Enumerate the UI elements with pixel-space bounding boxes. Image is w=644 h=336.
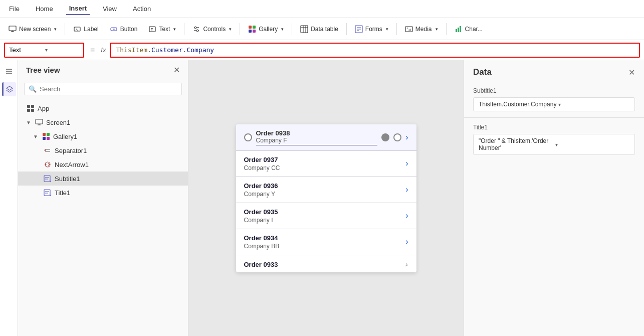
text-caret: ▾	[173, 27, 176, 32]
tree-close-button[interactable]: ✕	[173, 65, 180, 75]
subtitle1-section: Subtitle1 ThisItem.Customer.Company ▾	[464, 82, 644, 116]
tree-item-nextarrow1[interactable]: NextArrow1	[18, 157, 188, 172]
item-0933-title: Order 0933	[244, 261, 406, 268]
layers-icon	[6, 85, 14, 93]
controls-button[interactable]: Controls ▾	[188, 23, 236, 36]
item-0934-subtitle: Company BB	[244, 243, 406, 250]
button-icon	[110, 25, 118, 33]
gallery-item-0936[interactable]: Order 0936 Company Y ›	[236, 177, 416, 203]
selected-item-title: Order 0938	[256, 129, 378, 137]
gallery-item-0937[interactable]: Order 0937 Company CC ›	[236, 151, 416, 177]
label-button[interactable]: A Label	[69, 23, 103, 36]
tree-item-separator1[interactable]: Separator1	[18, 143, 188, 157]
hamburger-button[interactable]	[2, 64, 16, 78]
svg-rect-18	[301, 26, 308, 33]
property-selector-value: Text	[9, 46, 43, 54]
formula-input[interactable]: ThisItem.Customer.Company	[110, 43, 640, 58]
tree-item-subtitle1[interactable]: Subtitle1	[18, 172, 188, 186]
tree-item-app[interactable]: App	[18, 101, 188, 115]
data-panel-close-button[interactable]: ✕	[628, 68, 635, 77]
svg-rect-30	[458, 28, 459, 32]
gallery1-collapse-icon: ▼	[33, 134, 38, 139]
gallery-item-0938[interactable]: Order 0938 Company F ›	[236, 124, 416, 151]
tree-panel: Tree view ✕ 🔍 App	[18, 60, 188, 336]
svg-rect-16	[249, 30, 252, 33]
tree-item-title1-label: Title1	[55, 189, 70, 197]
forms-button[interactable]: Forms ▾	[350, 23, 393, 36]
app-icon	[26, 104, 35, 113]
label-icon: A	[73, 25, 81, 33]
toolbar-separator-2	[184, 23, 184, 35]
tree-header: Tree view ✕	[18, 60, 188, 80]
menu-action[interactable]: Action	[130, 3, 154, 15]
item-0935-arrow: ›	[405, 211, 408, 220]
gallery-item-0934[interactable]: Order 0934 Company BB ›	[236, 229, 416, 255]
selected-item-subtitle: Company F	[256, 137, 378, 144]
screen-icon	[35, 118, 44, 127]
search-icon: 🔍	[29, 85, 37, 93]
menu-bar: File Home Insert View Action	[0, 0, 644, 18]
drag-handle-left[interactable]	[244, 133, 252, 141]
menu-home[interactable]: Home	[33, 3, 56, 15]
media-caret: ▾	[436, 27, 438, 32]
monitor-icon	[9, 25, 17, 33]
svg-rect-46	[47, 133, 50, 136]
charts-button[interactable]: Char...	[450, 23, 487, 36]
item-0936-subtitle: Company Y	[244, 191, 406, 198]
item-0937-content: Order 0937 Company CC	[244, 156, 406, 172]
item-0934-title: Order 0934	[244, 234, 406, 242]
svg-rect-29	[456, 29, 457, 32]
item-0937-arrow: ›	[405, 159, 408, 168]
property-selector-caret: ▾	[45, 47, 79, 53]
button-button[interactable]: Button	[105, 23, 142, 36]
gallery-item-0933[interactable]: Order 0933 ›	[236, 255, 416, 272]
text-icon: T	[148, 25, 156, 33]
svg-point-51	[45, 149, 46, 151]
svg-point-53	[45, 164, 47, 165]
search-box[interactable]: 🔍	[24, 83, 182, 95]
title1-field-value[interactable]: "Order " & ThisItem.'Order Number' ▾	[473, 134, 635, 155]
media-button-label: Media	[415, 26, 432, 33]
gallery-button[interactable]: Gallery ▾	[244, 23, 288, 36]
formula-code: ThisItem.Customer.Company	[116, 46, 214, 54]
drag-handle-right[interactable]	[393, 133, 401, 141]
item-0936-content: Order 0936 Company Y	[244, 182, 406, 198]
new-screen-label: New screen	[19, 26, 51, 33]
media-button[interactable]: Media ▾	[400, 23, 443, 36]
drag-handle-middle[interactable]	[381, 133, 389, 141]
gallery-item-0935[interactable]: Order 0935 Company I ›	[236, 203, 416, 229]
new-screen-button[interactable]: New screen ▾	[4, 23, 61, 36]
toolbar-separator-7	[446, 23, 447, 35]
menu-view[interactable]: View	[100, 3, 120, 15]
svg-rect-14	[249, 26, 252, 29]
hamburger-icon	[5, 67, 13, 75]
property-selector[interactable]: Text ▾	[4, 43, 84, 58]
controls-caret: ▾	[229, 27, 232, 32]
tree-item-screen1[interactable]: ▼ Screen1	[18, 115, 188, 129]
data-table-button[interactable]: Data table	[296, 23, 343, 36]
subtitle1-field-value[interactable]: ThisItem.Customer.Company ▾	[473, 97, 635, 111]
sidebar-toggle	[0, 60, 18, 336]
toolbar: New screen ▾ A Label Button T Text ▾	[0, 18, 644, 40]
svg-rect-40	[27, 109, 30, 112]
svg-rect-54	[44, 176, 50, 182]
main-area: Tree view ✕ 🔍 App	[0, 60, 644, 336]
text-button[interactable]: T Text ▾	[144, 23, 180, 36]
text-button-label: Text	[159, 26, 170, 33]
gallery-tree-icon	[42, 132, 51, 141]
item-0933-content: Order 0933	[244, 261, 406, 268]
fx-label: fx	[101, 46, 106, 54]
svg-marker-28	[408, 29, 411, 32]
gallery-button-label: Gallery	[259, 26, 278, 33]
menu-insert[interactable]: Insert	[66, 3, 90, 15]
menu-file[interactable]: File	[6, 3, 23, 15]
search-input[interactable]	[40, 85, 177, 93]
item-0938-arrow: ›	[405, 133, 408, 142]
title1-dropdown-icon: ▾	[555, 142, 630, 147]
tree-item-gallery1[interactable]: ▼ Gallery1	[18, 129, 188, 143]
tree-item-title1[interactable]: Title1	[18, 186, 188, 200]
svg-rect-50	[45, 151, 50, 152]
svg-rect-38	[27, 105, 30, 108]
layers-button[interactable]	[2, 82, 16, 96]
toolbar-separator-5	[346, 23, 347, 35]
